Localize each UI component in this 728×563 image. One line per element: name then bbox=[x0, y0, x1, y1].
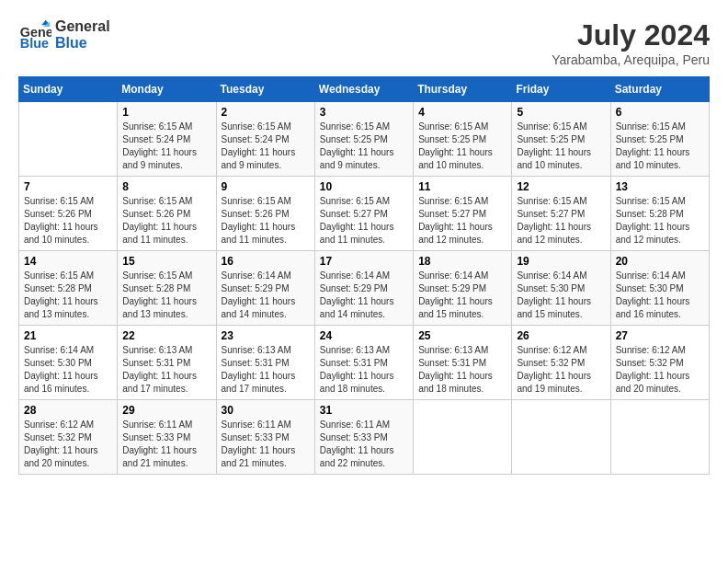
day-info: Sunrise: 6:15 AM Sunset: 5:27 PM Dayligh… bbox=[517, 195, 605, 247]
day-info: Sunrise: 6:13 AM Sunset: 5:31 PM Dayligh… bbox=[122, 344, 210, 396]
day-number: 26 bbox=[517, 329, 605, 342]
day-info: Sunrise: 6:15 AM Sunset: 5:27 PM Dayligh… bbox=[418, 195, 506, 247]
day-info: Sunrise: 6:15 AM Sunset: 5:26 PM Dayligh… bbox=[24, 195, 112, 247]
calendar-cell: 17Sunrise: 6:14 AM Sunset: 5:29 PM Dayli… bbox=[314, 251, 413, 326]
day-info: Sunrise: 6:15 AM Sunset: 5:26 PM Dayligh… bbox=[222, 195, 310, 247]
calendar-cell: 1Sunrise: 6:15 AM Sunset: 5:24 PM Daylig… bbox=[118, 102, 216, 177]
day-info: Sunrise: 6:13 AM Sunset: 5:31 PM Dayligh… bbox=[418, 344, 506, 396]
calendar-cell: 16Sunrise: 6:14 AM Sunset: 5:29 PM Dayli… bbox=[216, 251, 314, 326]
day-info: Sunrise: 6:15 AM Sunset: 5:27 PM Dayligh… bbox=[320, 195, 408, 247]
calendar-cell: 28Sunrise: 6:12 AM Sunset: 5:32 PM Dayli… bbox=[19, 400, 118, 475]
logo-icon: General Blue bbox=[18, 18, 51, 52]
weekday-header-sunday: Sunday bbox=[19, 77, 118, 102]
calendar-cell: 31Sunrise: 6:11 AM Sunset: 5:33 PM Dayli… bbox=[314, 400, 413, 475]
day-info: Sunrise: 6:15 AM Sunset: 5:25 PM Dayligh… bbox=[418, 121, 506, 172]
calendar-cell bbox=[610, 400, 709, 475]
weekday-header-monday: Monday bbox=[118, 77, 216, 102]
day-info: Sunrise: 6:14 AM Sunset: 5:30 PM Dayligh… bbox=[616, 270, 704, 321]
calendar-cell: 13Sunrise: 6:15 AM Sunset: 5:28 PM Dayli… bbox=[610, 177, 709, 251]
day-number: 29 bbox=[122, 404, 210, 417]
calendar-cell: 21Sunrise: 6:14 AM Sunset: 5:30 PM Dayli… bbox=[19, 326, 118, 400]
day-number: 27 bbox=[616, 329, 704, 342]
day-number: 21 bbox=[24, 329, 112, 342]
day-number: 1 bbox=[122, 106, 210, 119]
day-info: Sunrise: 6:12 AM Sunset: 5:32 PM Dayligh… bbox=[517, 344, 605, 396]
weekday-header-thursday: Thursday bbox=[414, 77, 512, 102]
day-info: Sunrise: 6:11 AM Sunset: 5:33 PM Dayligh… bbox=[122, 419, 210, 470]
day-info: Sunrise: 6:15 AM Sunset: 5:28 PM Dayligh… bbox=[616, 195, 704, 247]
day-info: Sunrise: 6:13 AM Sunset: 5:31 PM Dayligh… bbox=[320, 344, 408, 396]
day-number: 22 bbox=[122, 329, 210, 342]
calendar-cell: 12Sunrise: 6:15 AM Sunset: 5:27 PM Dayli… bbox=[512, 177, 610, 251]
day-number: 16 bbox=[222, 255, 310, 268]
day-info: Sunrise: 6:15 AM Sunset: 5:24 PM Dayligh… bbox=[222, 121, 310, 172]
day-number: 30 bbox=[222, 404, 310, 417]
logo-line1: General bbox=[55, 18, 110, 35]
month-year-title: July 2024 bbox=[552, 18, 710, 52]
weekday-header-tuesday: Tuesday bbox=[216, 77, 314, 102]
day-info: Sunrise: 6:15 AM Sunset: 5:25 PM Dayligh… bbox=[320, 121, 408, 172]
calendar-cell: 24Sunrise: 6:13 AM Sunset: 5:31 PM Dayli… bbox=[314, 326, 413, 400]
day-info: Sunrise: 6:14 AM Sunset: 5:30 PM Dayligh… bbox=[517, 270, 605, 321]
logo: General Blue General Blue bbox=[18, 18, 110, 52]
day-info: Sunrise: 6:15 AM Sunset: 5:25 PM Dayligh… bbox=[517, 121, 605, 172]
calendar-cell: 9Sunrise: 6:15 AM Sunset: 5:26 PM Daylig… bbox=[216, 177, 314, 251]
calendar-cell: 2Sunrise: 6:15 AM Sunset: 5:24 PM Daylig… bbox=[216, 102, 314, 177]
calendar-cell: 22Sunrise: 6:13 AM Sunset: 5:31 PM Dayli… bbox=[118, 326, 216, 400]
calendar-cell: 4Sunrise: 6:15 AM Sunset: 5:25 PM Daylig… bbox=[414, 102, 512, 177]
page-header: General Blue General Blue July 2024 Yara… bbox=[18, 18, 710, 67]
day-number: 14 bbox=[24, 255, 112, 268]
day-number: 23 bbox=[222, 329, 310, 342]
day-info: Sunrise: 6:14 AM Sunset: 5:30 PM Dayligh… bbox=[24, 344, 112, 396]
weekday-header-row: SundayMondayTuesdayWednesdayThursdayFrid… bbox=[19, 77, 710, 102]
day-number: 7 bbox=[24, 180, 112, 193]
day-info: Sunrise: 6:15 AM Sunset: 5:25 PM Dayligh… bbox=[616, 121, 704, 172]
day-info: Sunrise: 6:15 AM Sunset: 5:28 PM Dayligh… bbox=[24, 270, 112, 321]
calendar-header: SundayMondayTuesdayWednesdayThursdayFrid… bbox=[19, 77, 710, 102]
calendar-cell: 23Sunrise: 6:13 AM Sunset: 5:31 PM Dayli… bbox=[216, 326, 314, 400]
calendar-cell: 30Sunrise: 6:11 AM Sunset: 5:33 PM Dayli… bbox=[216, 400, 314, 475]
calendar-cell: 15Sunrise: 6:15 AM Sunset: 5:28 PM Dayli… bbox=[118, 251, 216, 326]
weekday-header-friday: Friday bbox=[512, 77, 610, 102]
calendar-cell bbox=[414, 400, 512, 475]
day-info: Sunrise: 6:15 AM Sunset: 5:28 PM Dayligh… bbox=[122, 270, 210, 321]
day-info: Sunrise: 6:13 AM Sunset: 5:31 PM Dayligh… bbox=[222, 344, 310, 396]
day-info: Sunrise: 6:11 AM Sunset: 5:33 PM Dayligh… bbox=[320, 419, 408, 470]
day-info: Sunrise: 6:15 AM Sunset: 5:24 PM Dayligh… bbox=[122, 121, 210, 172]
day-number: 3 bbox=[320, 106, 408, 119]
day-info: Sunrise: 6:12 AM Sunset: 5:32 PM Dayligh… bbox=[616, 344, 704, 396]
calendar-cell: 8Sunrise: 6:15 AM Sunset: 5:26 PM Daylig… bbox=[118, 177, 216, 251]
calendar-cell: 14Sunrise: 6:15 AM Sunset: 5:28 PM Dayli… bbox=[19, 251, 118, 326]
day-number: 6 bbox=[616, 106, 704, 119]
day-number: 28 bbox=[24, 404, 112, 417]
svg-text:Blue: Blue bbox=[20, 36, 49, 51]
calendar-cell: 27Sunrise: 6:12 AM Sunset: 5:32 PM Dayli… bbox=[610, 326, 709, 400]
day-number: 25 bbox=[418, 329, 506, 342]
day-number: 15 bbox=[122, 255, 210, 268]
calendar-cell: 3Sunrise: 6:15 AM Sunset: 5:25 PM Daylig… bbox=[314, 102, 413, 177]
logo-line2: Blue bbox=[55, 35, 110, 52]
day-number: 19 bbox=[517, 255, 605, 268]
day-number: 8 bbox=[122, 180, 210, 193]
calendar-cell: 6Sunrise: 6:15 AM Sunset: 5:25 PM Daylig… bbox=[610, 102, 709, 177]
day-number: 20 bbox=[616, 255, 704, 268]
calendar-cell: 18Sunrise: 6:14 AM Sunset: 5:29 PM Dayli… bbox=[414, 251, 512, 326]
calendar-cell: 7Sunrise: 6:15 AM Sunset: 5:26 PM Daylig… bbox=[19, 177, 118, 251]
calendar-week-4: 21Sunrise: 6:14 AM Sunset: 5:30 PM Dayli… bbox=[19, 326, 710, 400]
day-number: 31 bbox=[320, 404, 408, 417]
calendar-cell bbox=[512, 400, 610, 475]
calendar-week-2: 7Sunrise: 6:15 AM Sunset: 5:26 PM Daylig… bbox=[19, 177, 710, 251]
calendar-week-3: 14Sunrise: 6:15 AM Sunset: 5:28 PM Dayli… bbox=[19, 251, 710, 326]
calendar-body: 1Sunrise: 6:15 AM Sunset: 5:24 PM Daylig… bbox=[19, 102, 710, 475]
title-section: July 2024 Yarabamba, Arequipa, Peru bbox=[552, 18, 710, 67]
day-number: 18 bbox=[418, 255, 506, 268]
calendar-cell: 26Sunrise: 6:12 AM Sunset: 5:32 PM Dayli… bbox=[512, 326, 610, 400]
calendar-cell: 10Sunrise: 6:15 AM Sunset: 5:27 PM Dayli… bbox=[314, 177, 413, 251]
day-info: Sunrise: 6:14 AM Sunset: 5:29 PM Dayligh… bbox=[320, 270, 408, 321]
calendar-week-1: 1Sunrise: 6:15 AM Sunset: 5:24 PM Daylig… bbox=[19, 102, 710, 177]
day-info: Sunrise: 6:15 AM Sunset: 5:26 PM Dayligh… bbox=[122, 195, 210, 247]
day-number: 4 bbox=[418, 106, 506, 119]
weekday-header-wednesday: Wednesday bbox=[314, 77, 413, 102]
calendar-cell: 19Sunrise: 6:14 AM Sunset: 5:30 PM Dayli… bbox=[512, 251, 610, 326]
calendar-table: SundayMondayTuesdayWednesdayThursdayFrid… bbox=[18, 76, 710, 475]
